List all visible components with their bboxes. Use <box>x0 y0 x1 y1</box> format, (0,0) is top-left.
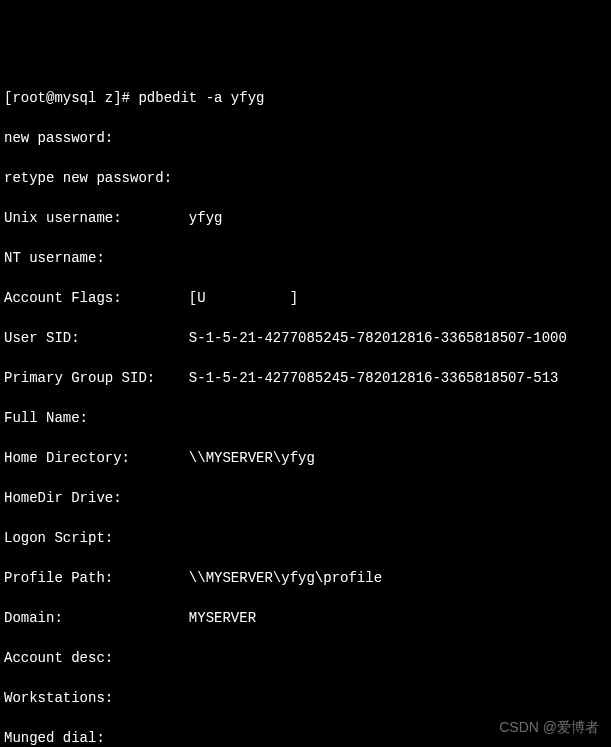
terminal-line: Domain: MYSERVER <box>4 608 607 628</box>
terminal-line: [root@mysql z]# pdbedit -a yfyg <box>4 88 607 108</box>
terminal-line: Primary Group SID: S-1-5-21-4277085245-7… <box>4 368 607 388</box>
terminal-line: Workstations: <box>4 688 607 708</box>
terminal-line: User SID: S-1-5-21-4277085245-782012816-… <box>4 328 607 348</box>
terminal-line: NT username: <box>4 248 607 268</box>
watermark-text: CSDN @爱博者 <box>499 717 599 737</box>
terminal-line: Account Flags: [U ] <box>4 288 607 308</box>
terminal-line: HomeDir Drive: <box>4 488 607 508</box>
terminal-line: Unix username: yfyg <box>4 208 607 228</box>
terminal-line: new password: <box>4 128 607 148</box>
terminal-line: Profile Path: \\MYSERVER\yfyg\profile <box>4 568 607 588</box>
terminal-line: Full Name: <box>4 408 607 428</box>
terminal-line: Account desc: <box>4 648 607 668</box>
terminal-line: retype new password: <box>4 168 607 188</box>
terminal-line: Home Directory: \\MYSERVER\yfyg <box>4 448 607 468</box>
terminal-line: Logon Script: <box>4 528 607 548</box>
